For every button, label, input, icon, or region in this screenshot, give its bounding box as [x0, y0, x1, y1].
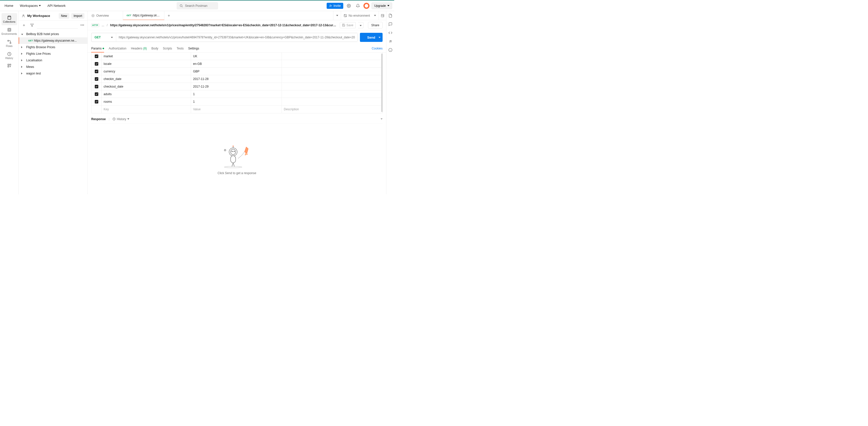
- param-value[interactable]: 2017-11-28: [191, 75, 282, 83]
- svg-point-41: [224, 149, 226, 151]
- global-search[interactable]: Search Postman: [177, 2, 218, 9]
- param-key[interactable]: currency: [101, 68, 191, 75]
- tab-request[interactable]: GET https://gateway.skyscan: [123, 11, 164, 20]
- tab-params[interactable]: Params: [91, 45, 104, 52]
- param-value[interactable]: UK: [191, 53, 282, 60]
- chevron-down-icon: [378, 37, 380, 38]
- checkbox[interactable]: [95, 85, 98, 88]
- tabs-dropdown[interactable]: [333, 11, 341, 20]
- search-icon: [180, 4, 183, 7]
- comments-button[interactable]: [388, 22, 393, 27]
- collection-item[interactable]: Bellboy B2B hotel prices: [19, 31, 88, 37]
- cookies-link[interactable]: Cookies: [372, 47, 382, 50]
- collection-item[interactable]: Mews: [19, 64, 88, 70]
- bell-icon: [356, 4, 360, 8]
- param-description-placeholder[interactable]: Description: [282, 106, 382, 113]
- collection-item[interactable]: wagon test: [19, 70, 88, 77]
- sidebar: My Workspace New Import ••• Bellboy B2B …: [19, 11, 88, 194]
- checkbox[interactable]: [95, 100, 98, 104]
- request-name[interactable]: https://gateway.skyscanner.net/hotels/v1…: [110, 24, 337, 27]
- nav-api-network[interactable]: API Network: [45, 2, 68, 9]
- info-button[interactable]: [388, 48, 393, 53]
- send-button[interactable]: Send: [360, 33, 382, 42]
- upgrade-button[interactable]: Upgrade: [372, 2, 392, 9]
- method-selector[interactable]: GET: [92, 33, 116, 41]
- rail-environments[interactable]: Environments: [1, 25, 17, 37]
- nav-home[interactable]: Home: [2, 2, 16, 9]
- invite-icon: [329, 4, 332, 7]
- invite-button[interactable]: Invite: [327, 3, 343, 9]
- environments-icon: [7, 28, 11, 32]
- param-description[interactable]: [282, 68, 382, 75]
- param-value[interactable]: 2017-11-29: [191, 83, 282, 90]
- param-value[interactable]: en-GB: [191, 60, 282, 67]
- rail-history[interactable]: History: [1, 50, 17, 62]
- request-item[interactable]: GEThttps://gateway.skyscanner.ne...: [19, 37, 88, 44]
- param-key[interactable]: locale: [101, 60, 191, 67]
- sidebar-more-button[interactable]: •••: [80, 24, 86, 27]
- nav-workspaces[interactable]: Workspaces: [18, 2, 43, 9]
- url-input[interactable]: [116, 33, 358, 41]
- collection-item[interactable]: Localisation: [19, 57, 88, 64]
- tab-scripts[interactable]: Scripts: [163, 45, 172, 52]
- collection-item[interactable]: Flights Browse Prices: [19, 44, 88, 51]
- param-description[interactable]: [282, 98, 382, 105]
- env-quicklook-button[interactable]: [378, 11, 386, 20]
- save-button[interactable]: Save: [340, 22, 355, 28]
- checkbox[interactable]: [95, 70, 98, 73]
- svg-rect-14: [8, 66, 9, 67]
- param-value[interactable]: 1: [191, 98, 282, 105]
- param-value-placeholder[interactable]: Value: [191, 106, 282, 113]
- import-button[interactable]: Import: [71, 13, 85, 19]
- notifications-button[interactable]: [354, 2, 362, 9]
- share-button[interactable]: Share: [368, 22, 382, 29]
- user-avatar[interactable]: [364, 3, 370, 9]
- checkbox[interactable]: [95, 77, 98, 81]
- code-button[interactable]: [388, 30, 393, 35]
- checkbox[interactable]: [95, 92, 98, 96]
- param-key[interactable]: market: [101, 53, 191, 60]
- tab-overview[interactable]: Overview: [88, 11, 123, 20]
- param-key-placeholder[interactable]: Key: [101, 106, 191, 113]
- param-key[interactable]: adults: [101, 90, 191, 98]
- param-value[interactable]: GBP: [191, 68, 282, 75]
- param-description[interactable]: [282, 60, 382, 67]
- param-row: localeen-GB: [92, 60, 382, 68]
- response-collapse[interactable]: [380, 118, 382, 120]
- checkbox[interactable]: [95, 55, 98, 58]
- checkbox[interactable]: [95, 62, 98, 66]
- rail-flows[interactable]: Flows: [1, 37, 17, 50]
- response-empty-text: Click Send to get a response: [217, 171, 256, 175]
- param-description[interactable]: [282, 75, 382, 83]
- svg-point-9: [7, 40, 9, 41]
- breadcrumb-ellipsis[interactable]: ...: [102, 24, 104, 27]
- param-key[interactable]: checkin_date: [101, 75, 191, 83]
- rail-collections[interactable]: Collections: [1, 13, 17, 25]
- tab-body[interactable]: Body: [152, 45, 158, 52]
- tab-add-button[interactable]: [164, 11, 174, 20]
- param-value[interactable]: 1: [191, 90, 282, 98]
- sidebar-search-input[interactable]: [37, 22, 78, 29]
- tab-tests[interactable]: Tests: [177, 45, 184, 52]
- new-button[interactable]: New: [59, 13, 69, 19]
- add-collection-button[interactable]: [21, 22, 27, 29]
- save-dropdown[interactable]: [358, 22, 364, 28]
- param-key[interactable]: checkout_date: [101, 83, 191, 90]
- param-description[interactable]: [282, 53, 382, 60]
- collection-item[interactable]: Flights Live Prices: [19, 51, 88, 57]
- tab-settings[interactable]: Settings: [188, 45, 199, 52]
- related-button[interactable]: [388, 39, 393, 44]
- rail-more[interactable]: [1, 62, 17, 70]
- response-history-button[interactable]: History: [113, 117, 129, 121]
- param-description[interactable]: [282, 90, 382, 98]
- param-description[interactable]: [282, 83, 382, 90]
- settings-button[interactable]: [345, 2, 352, 9]
- save-label: Save: [346, 24, 353, 27]
- param-key[interactable]: rooms: [101, 98, 191, 105]
- filter-button[interactable]: [29, 22, 35, 29]
- environment-selector[interactable]: No environment: [341, 11, 378, 20]
- tab-authorization[interactable]: Authorization: [108, 45, 126, 52]
- scrollbar[interactable]: [381, 54, 382, 112]
- tab-headers[interactable]: Headers (8): [131, 45, 147, 52]
- documentation-button[interactable]: [388, 13, 393, 18]
